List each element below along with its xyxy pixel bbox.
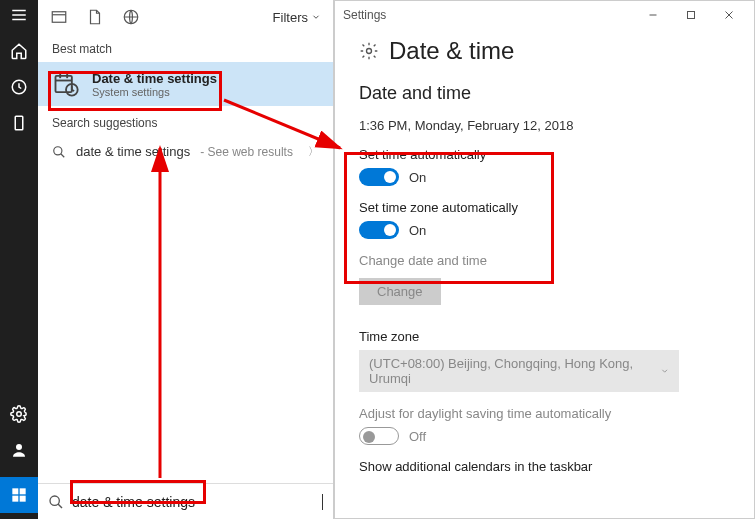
- svg-line-22: [58, 504, 62, 508]
- svg-rect-7: [12, 488, 18, 494]
- best-match-title: Date & time settings: [92, 71, 217, 86]
- svg-rect-8: [20, 488, 26, 494]
- suggestion-tail: - See web results: [200, 145, 293, 159]
- device-icon[interactable]: [10, 114, 28, 132]
- set-tz-auto-label: Set time zone automatically: [359, 200, 730, 215]
- search-bar[interactable]: [38, 483, 333, 519]
- svg-point-27: [367, 49, 372, 54]
- current-datetime: 1:36 PM, Monday, February 12, 2018: [359, 118, 730, 133]
- set-time-auto-label: Set time automatically: [359, 147, 730, 162]
- search-icon: [48, 494, 64, 510]
- dst-state: Off: [409, 429, 426, 444]
- taskbar: [0, 0, 38, 519]
- suggestion-item[interactable]: date & time settings - See web results 〉: [38, 136, 333, 167]
- search-suggestions-header: Search suggestions: [38, 106, 333, 136]
- user-icon[interactable]: [10, 441, 28, 459]
- set-time-auto-toggle[interactable]: [359, 168, 399, 186]
- set-tz-auto-state: On: [409, 223, 426, 238]
- set-time-auto-state: On: [409, 170, 426, 185]
- close-button[interactable]: [712, 4, 746, 26]
- settings-window: Settings Date & time Date and time 1:36 …: [334, 0, 755, 519]
- gear-icon: [359, 41, 379, 61]
- window-title: Settings: [343, 8, 386, 22]
- titlebar: Settings: [335, 1, 754, 29]
- cortana-scope-bar: Filters: [38, 0, 333, 32]
- search-icon: [52, 145, 66, 159]
- svg-rect-9: [12, 496, 18, 502]
- section-title: Date and time: [359, 83, 730, 104]
- gear-icon[interactable]: [10, 405, 28, 423]
- set-tz-auto-toggle[interactable]: [359, 221, 399, 239]
- home-icon[interactable]: [10, 42, 28, 60]
- svg-rect-11: [52, 12, 66, 23]
- maximize-button[interactable]: [674, 4, 708, 26]
- filters-dropdown[interactable]: Filters: [273, 10, 321, 25]
- filters-label: Filters: [273, 10, 308, 25]
- suggestion-text: date & time settings: [76, 144, 190, 159]
- tz-label: Time zone: [359, 329, 730, 344]
- svg-point-19: [54, 146, 62, 154]
- best-match-subtitle: System settings: [92, 86, 217, 98]
- menu-icon[interactable]: [10, 6, 28, 24]
- page-title: Date & time: [359, 37, 730, 65]
- scope-web-icon[interactable]: [122, 8, 140, 26]
- tz-dropdown: (UTC+08:00) Beijing, Chongqing, Hong Kon…: [359, 350, 679, 392]
- scope-apps-icon[interactable]: [50, 8, 68, 26]
- chevron-down-icon: [660, 366, 669, 376]
- clock-icon[interactable]: [10, 78, 28, 96]
- change-button: Change: [359, 278, 441, 305]
- svg-line-20: [61, 153, 65, 157]
- text-caret: [322, 494, 323, 510]
- best-match-header: Best match: [38, 32, 333, 62]
- scope-documents-icon[interactable]: [86, 8, 104, 26]
- svg-point-6: [16, 444, 22, 450]
- best-match-item[interactable]: Date & time settings System settings: [38, 62, 333, 106]
- additional-calendars-label: Show additional calendars in the taskbar: [359, 459, 730, 474]
- dst-toggle: [359, 427, 399, 445]
- svg-rect-10: [20, 496, 26, 502]
- svg-point-5: [17, 412, 22, 417]
- change-dt-label: Change date and time: [359, 253, 730, 268]
- dst-label: Adjust for daylight saving time automati…: [359, 406, 730, 421]
- chevron-right-icon: 〉: [308, 144, 319, 159]
- start-button[interactable]: [0, 477, 38, 513]
- cortana-panel: Filters Best match Date & time settings …: [38, 0, 334, 519]
- search-input[interactable]: [72, 494, 321, 510]
- minimize-button[interactable]: [636, 4, 670, 26]
- date-time-settings-icon: [52, 70, 80, 98]
- svg-rect-24: [688, 12, 695, 19]
- tz-value: (UTC+08:00) Beijing, Chongqing, Hong Kon…: [369, 356, 660, 386]
- svg-point-21: [50, 496, 59, 505]
- svg-rect-4: [15, 116, 23, 130]
